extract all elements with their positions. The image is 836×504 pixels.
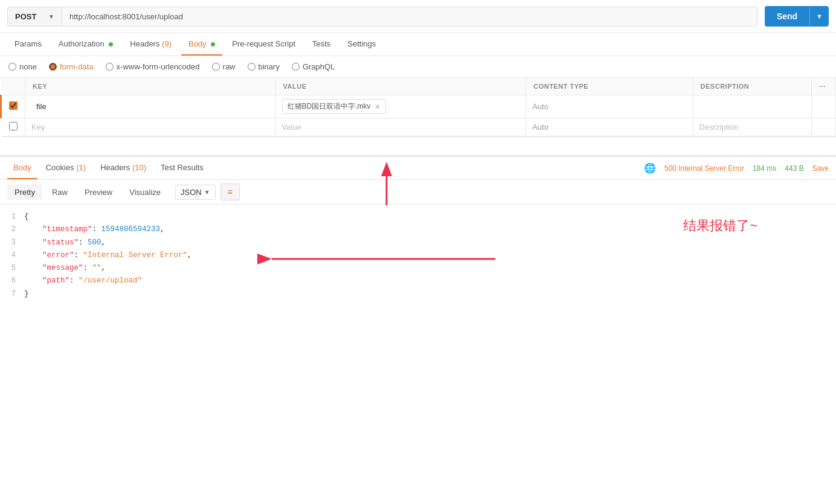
json-key-path: "path" <box>42 276 69 285</box>
save-response-link[interactable]: Save <box>812 164 829 173</box>
request-tabs: Params Authorization Headers (9) Body Pr… <box>0 33 836 56</box>
resp-tab-cookies[interactable]: Cookies (1) <box>40 157 92 179</box>
resp-tab-headers[interactable]: Headers (10) <box>94 157 152 179</box>
response-time: 184 ms <box>753 164 776 173</box>
resp-tab-test-results[interactable]: Test Results <box>155 157 210 179</box>
empty-checkbox-cell <box>1 118 25 137</box>
col-checkbox <box>1 78 25 95</box>
response-toolbar: Pretty Raw Preview Visualize JSON ▼ ≡ <box>0 180 836 205</box>
view-raw[interactable]: Raw <box>45 185 75 200</box>
json-key-message: "message" <box>42 264 83 272</box>
url-bar: POST ▼ Send ▼ <box>0 0 836 33</box>
empty-desc-placeholder: Description <box>699 123 739 132</box>
empty-key-placeholder: Key <box>31 123 45 132</box>
method-select[interactable]: POST ▼ <box>7 7 62 27</box>
json-val-error: "Internal Server Error" <box>83 251 188 260</box>
row-checkbox-cell <box>1 95 25 118</box>
method-label: POST <box>15 12 36 21</box>
code-line-1: 1 { <box>0 211 836 223</box>
method-arrow: ▼ <box>48 13 54 20</box>
tab-tests[interactable]: Tests <box>305 33 338 56</box>
remove-file-icon[interactable]: ✕ <box>375 103 381 111</box>
code-content-3: "status": 500, <box>24 237 836 249</box>
json-val-status: 500 <box>88 238 101 247</box>
tab-settings[interactable]: Settings <box>340 33 383 56</box>
response-size: 443 B <box>785 164 803 173</box>
radio-binary[interactable]: binary <box>248 62 280 71</box>
col-description: DESCRIPTION <box>693 78 811 95</box>
radio-urlencoded[interactable]: x-www-form-urlencoded <box>106 62 200 71</box>
wrap-button[interactable]: ≡ <box>220 183 240 200</box>
row-content-type-cell: Auto <box>526 95 693 118</box>
radio-raw[interactable]: raw <box>212 62 236 71</box>
file-tag: 红猪BD国日双语中字.mkv ✕ <box>282 99 386 114</box>
view-visualize[interactable]: Visualize <box>122 185 168 200</box>
radio-graphql[interactable]: GraphQL <box>292 62 335 71</box>
row-more-cell <box>812 95 836 118</box>
code-line-6: 6 "path": "/user/upload" <box>0 275 836 287</box>
empty-key-cell[interactable]: Key <box>25 118 276 137</box>
code-container: 1 { 2 "timestamp": 1594806594233, 3 "sta… <box>0 205 836 307</box>
format-select[interactable]: JSON ▼ <box>175 185 216 200</box>
tab-body[interactable]: Body <box>181 33 222 56</box>
response-meta: 🌐 500 Internal Server Error 184 ms 443 B… <box>644 162 829 174</box>
row-value-cell[interactable]: 红猪BD国日双语中字.mkv ✕ <box>275 95 526 118</box>
json-val-path: "/user/upload" <box>79 276 142 285</box>
code-content-1: { <box>24 211 836 223</box>
resp-tab-body[interactable]: Body <box>7 157 37 179</box>
globe-icon: 🌐 <box>644 162 656 174</box>
radio-form-data[interactable]: form-data <box>49 62 94 71</box>
format-label: JSON <box>181 188 202 197</box>
authorization-dot <box>109 42 113 46</box>
row-checkbox[interactable] <box>9 101 18 110</box>
view-preview[interactable]: Preview <box>77 185 120 200</box>
code-line-5: 5 "message": "", <box>0 262 836 275</box>
tab-params[interactable]: Params <box>7 33 49 56</box>
form-data-table: KEY VALUE CONTENT TYPE DESCRIPTION ··· f… <box>0 78 836 137</box>
empty-row-checkbox[interactable] <box>9 122 18 130</box>
send-button[interactable]: Send ▼ <box>765 6 829 27</box>
more-options-icon: ··· <box>819 83 826 90</box>
wrap-icon: ≡ <box>228 187 233 197</box>
row-key-cell: file <box>25 95 276 118</box>
tab-prerequest[interactable]: Pre-request Script <box>225 33 303 56</box>
table-row-empty: Key Value Auto Description <box>1 118 836 137</box>
json-key-timestamp: "timestamp" <box>42 225 92 234</box>
empty-content-type-cell: Auto <box>526 118 693 137</box>
body-dot <box>211 42 215 46</box>
code-line-2: 2 "timestamp": 1594806594233, <box>0 223 836 236</box>
empty-value-cell[interactable]: Value <box>275 118 526 137</box>
code-content-2: "timestamp": 1594806594233, <box>24 223 836 236</box>
code-line-7: 7 } <box>0 288 836 301</box>
col-content-type: CONTENT TYPE <box>526 78 693 95</box>
response-body: 1 { 2 "timestamp": 1594806594233, 3 "sta… <box>0 205 836 307</box>
col-key: KEY <box>25 78 276 95</box>
empty-description-cell[interactable]: Description <box>693 118 811 137</box>
format-arrow-icon: ▼ <box>204 189 210 196</box>
radio-none[interactable]: none <box>8 62 37 71</box>
code-content-6: "path": "/user/upload" <box>24 275 836 287</box>
json-key-error: "error" <box>42 251 74 260</box>
table-row: file 红猪BD国日双语中字.mkv ✕ Auto <box>1 95 836 118</box>
status-badge: 500 Internal Server Error <box>664 164 744 173</box>
col-value: VALUE <box>275 78 526 95</box>
file-name: 红猪BD国日双语中字.mkv <box>288 101 371 112</box>
url-input[interactable] <box>62 7 757 27</box>
view-pretty[interactable]: Pretty <box>7 185 42 200</box>
row-key: file <box>31 100 51 113</box>
empty-value-placeholder: Value <box>282 123 301 132</box>
code-content-4: "error": "Internal Server Error", <box>24 249 836 262</box>
code-content-5: "message": "", <box>24 262 836 275</box>
send-label: Send <box>765 6 809 27</box>
json-val-message: "" <box>92 264 101 272</box>
body-type-selector: none form-data x-www-form-urlencoded raw… <box>0 56 836 78</box>
json-key-status: "status" <box>42 238 79 247</box>
empty-more-cell <box>812 118 836 137</box>
row-description-cell <box>693 95 811 118</box>
json-val-timestamp: 1594806594233 <box>101 225 161 234</box>
tab-authorization[interactable]: Authorization <box>51 33 121 56</box>
tab-headers[interactable]: Headers (9) <box>123 33 179 56</box>
response-tabs: Body Cookies (1) Headers (10) Test Resul… <box>0 157 836 180</box>
response-section: Body Cookies (1) Headers (10) Test Resul… <box>0 155 836 307</box>
code-content-7: } <box>24 288 836 301</box>
